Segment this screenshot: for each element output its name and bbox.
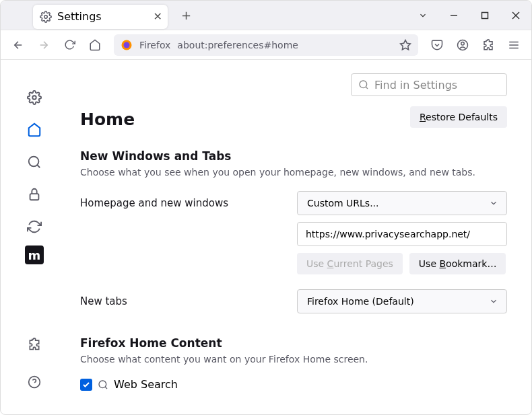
section-home-content-heading: Firefox Home Content: [80, 336, 507, 350]
toolbar: Firefox about:preferences#home: [1, 30, 531, 60]
svg-point-21: [360, 81, 367, 88]
svg-point-15: [32, 96, 36, 100]
url-bar[interactable]: Firefox about:preferences#home: [114, 34, 418, 56]
search-icon: [98, 379, 108, 390]
newtabs-select[interactable]: Firefox Home (Default): [297, 289, 507, 313]
maximize-button[interactable]: [469, 1, 500, 30]
svg-point-16: [29, 157, 39, 167]
new-tab-button[interactable]: +: [176, 5, 197, 25]
chevron-down-icon: [489, 297, 498, 306]
close-window-button[interactable]: [500, 1, 531, 30]
svg-point-11: [461, 42, 465, 45]
use-current-pages-button: Use Current Pages: [297, 253, 403, 274]
identity-label: Firefox: [139, 40, 170, 50]
sidebar-general[interactable]: [21, 84, 48, 111]
sidebar-more[interactable]: m: [25, 246, 44, 264]
svg-point-23: [99, 381, 106, 388]
minimize-button[interactable]: [438, 1, 469, 30]
tab-title: Settings: [57, 10, 102, 23]
home-button[interactable]: [84, 34, 106, 56]
tabs-dropdown-button[interactable]: [407, 1, 438, 30]
back-button[interactable]: [7, 34, 29, 56]
sidebar-extensions[interactable]: [21, 331, 48, 358]
preferences-sidebar: m: [1, 60, 68, 414]
newtabs-label: New tabs: [80, 295, 289, 307]
extensions-button[interactable]: [477, 34, 499, 56]
sidebar-sync[interactable]: [21, 213, 48, 240]
gear-icon: [40, 11, 52, 23]
chevron-down-icon: [489, 198, 498, 208]
homepage-url-input[interactable]: [297, 222, 507, 246]
svg-rect-18: [30, 194, 39, 200]
title-bar: Settings ✕ +: [1, 1, 531, 30]
url-text: about:preferences#home: [177, 40, 298, 50]
main-content: Find in Settings Home Restore Defaults N…: [68, 60, 531, 414]
search-icon: [358, 79, 369, 90]
close-tab-icon[interactable]: ✕: [154, 10, 162, 23]
search-placeholder: Find in Settings: [374, 79, 457, 91]
reload-button[interactable]: [59, 34, 80, 56]
websearch-label: Web Search: [114, 378, 178, 391]
sidebar-help[interactable]: [21, 369, 48, 395]
firefox-logo-icon: [121, 39, 133, 51]
svg-rect-2: [482, 12, 488, 18]
find-in-settings[interactable]: Find in Settings: [351, 73, 507, 96]
menu-button[interactable]: [503, 34, 525, 56]
sidebar-privacy[interactable]: [21, 181, 48, 208]
svg-line-17: [37, 165, 40, 167]
section-home-content-desc: Choose what content you want on your Fir…: [80, 354, 507, 365]
svg-marker-9: [401, 40, 411, 49]
svg-point-0: [44, 15, 48, 18]
sidebar-home[interactable]: [21, 116, 48, 143]
browser-tab[interactable]: Settings ✕: [33, 5, 168, 29]
restore-defaults-button[interactable]: Restore Defaults: [410, 106, 507, 128]
pocket-button[interactable]: [426, 34, 448, 56]
websearch-checkbox[interactable]: [80, 379, 92, 391]
bookmark-star-icon[interactable]: [399, 39, 411, 51]
sidebar-search[interactable]: [21, 149, 48, 176]
homepage-select[interactable]: Custom URLs...: [297, 191, 507, 215]
account-button[interactable]: [452, 34, 473, 56]
svg-line-24: [105, 387, 107, 389]
forward-button: [33, 34, 55, 56]
section-new-windows-desc: Choose what you see when you open your h…: [80, 167, 507, 178]
svg-line-22: [366, 87, 368, 89]
homepage-label: Homepage and new windows: [80, 197, 289, 209]
section-new-windows-heading: New Windows and Tabs: [80, 149, 507, 163]
svg-point-8: [124, 42, 130, 48]
use-bookmark-button[interactable]: Use Bookmark…: [409, 253, 506, 274]
